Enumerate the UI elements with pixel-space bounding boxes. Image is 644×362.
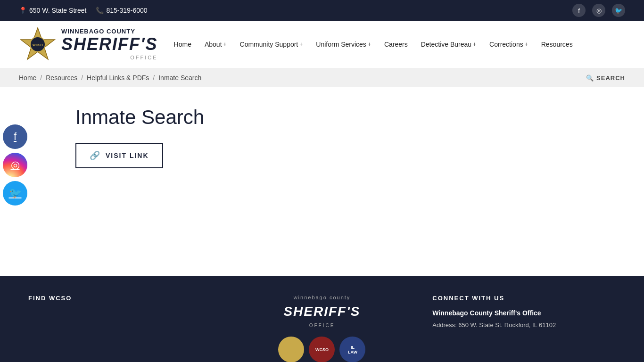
page-title: Inmate Search bbox=[75, 106, 569, 129]
phone-icon: 📞 bbox=[96, 7, 104, 14]
nav-resources[interactable]: Resources bbox=[535, 36, 579, 53]
top-facebook-link[interactable]: f bbox=[572, 4, 586, 17]
nav-about[interactable]: About + bbox=[198, 36, 233, 53]
badge-star bbox=[278, 337, 304, 362]
top-twitter-link[interactable]: 🐦 bbox=[612, 4, 625, 17]
sidebar-twitter-button[interactable]: 🐦 bbox=[3, 181, 27, 206]
phone-info: 📞 815-319-6000 bbox=[96, 7, 147, 14]
sheriff-star-icon: WCSO bbox=[19, 25, 57, 63]
sidebar-instagram-button[interactable]: ◎ bbox=[3, 153, 27, 177]
connect-address: Address: 650 W. State St. Rockford, IL 6… bbox=[432, 321, 616, 330]
contact-info: 📍 650 W. State Street 📞 815-319-6000 bbox=[19, 7, 148, 14]
logo-office-text: OFFICE bbox=[61, 55, 158, 60]
search-icon: 🔍 bbox=[586, 74, 594, 82]
svg-marker-3 bbox=[283, 342, 300, 357]
breadcrumb-sep-3: / bbox=[153, 74, 155, 82]
badge-blue: ILLAW bbox=[339, 337, 365, 362]
logo-area[interactable]: WCSO WINNEBAGO COUNTY SHERIFF'S OFFICE bbox=[19, 25, 158, 63]
nav-detective-bureau[interactable]: Detective Bureau + bbox=[414, 36, 483, 53]
footer-logo-top: winnebago county bbox=[294, 295, 351, 300]
footer-connect: CONNECT WITH US Winnebago County Sheriff… bbox=[432, 295, 616, 330]
badge-red: WCSO bbox=[309, 337, 335, 362]
main-nav: Home About + Community Support + Uniform… bbox=[167, 36, 625, 53]
breadcrumb-bar: Home / Resources / Helpful Links & PDFs … bbox=[0, 68, 644, 87]
breadcrumb-current: Inmate Search bbox=[158, 74, 201, 82]
search-label: SEARCH bbox=[596, 74, 625, 82]
svg-text:WCSO: WCSO bbox=[33, 43, 43, 47]
top-bar: 📍 650 W. State Street 📞 815-319-6000 f ◎… bbox=[0, 0, 644, 21]
nav-corrections[interactable]: Corrections + bbox=[483, 36, 535, 53]
breadcrumb-sep-2: / bbox=[81, 74, 83, 82]
phone-text: 815-319-6000 bbox=[106, 7, 147, 14]
address-label: Address: bbox=[432, 321, 456, 329]
logo-top-text: WINNEBAGO COUNTY bbox=[61, 28, 158, 35]
logo-text: WINNEBAGO COUNTY SHERIFF'S OFFICE bbox=[61, 28, 158, 60]
nav-community-support[interactable]: Community Support + bbox=[233, 36, 310, 53]
social-sidebar: f ◎ 🐦 bbox=[0, 123, 30, 207]
nav-careers[interactable]: Careers bbox=[378, 36, 414, 53]
header: WCSO WINNEBAGO COUNTY SHERIFF'S OFFICE H… bbox=[0, 21, 644, 68]
link-icon: 🔗 bbox=[90, 150, 101, 161]
top-instagram-link[interactable]: ◎ bbox=[592, 4, 605, 17]
footer-logo-main: SHERIFF'S bbox=[283, 305, 360, 318]
footer-logo-office: OFFICE bbox=[309, 323, 335, 328]
visit-link-button[interactable]: 🔗 VISIT LINK bbox=[75, 143, 163, 168]
location-icon: 📍 bbox=[19, 7, 27, 14]
main-content: Inmate Search 🔗 VISIT LINK bbox=[0, 87, 644, 276]
nav-home[interactable]: Home bbox=[167, 36, 198, 53]
sidebar-facebook-button[interactable]: f bbox=[3, 124, 27, 149]
breadcrumb-resources[interactable]: Resources bbox=[46, 74, 77, 82]
footer-badges: WCSO ILLAW bbox=[278, 337, 365, 362]
breadcrumb-sep-1: / bbox=[40, 74, 42, 82]
connect-title: CONNECT WITH US bbox=[432, 295, 616, 302]
address-info: 📍 650 W. State Street bbox=[19, 7, 86, 14]
address-text: 650 W. State Street bbox=[29, 7, 86, 14]
logo-main-text: SHERIFF'S bbox=[61, 35, 158, 54]
connect-org-name: Winnebago County Sheriff's Office bbox=[432, 309, 616, 317]
footer: FIND WCSO winnebago county SHERIFF'S OFF… bbox=[0, 276, 644, 362]
visit-link-label: VISIT LINK bbox=[106, 152, 149, 159]
footer-logo: winnebago county SHERIFF'S OFFICE WCSO I… bbox=[231, 295, 414, 362]
breadcrumb-home[interactable]: Home bbox=[19, 74, 36, 82]
top-social-links: f ◎ 🐦 bbox=[572, 4, 625, 17]
search-link[interactable]: 🔍 SEARCH bbox=[586, 74, 625, 82]
breadcrumb: Home / Resources / Helpful Links & PDFs … bbox=[19, 74, 201, 82]
nav-uniform-services[interactable]: Uniform Services + bbox=[309, 36, 378, 53]
address-value: 650 W. State St. Rockford, IL 61102 bbox=[458, 321, 556, 329]
footer-find-wcso: FIND WCSO bbox=[28, 295, 212, 309]
breadcrumb-helpful-links[interactable]: Helpful Links & PDFs bbox=[87, 74, 149, 82]
find-wcso-title: FIND WCSO bbox=[28, 295, 212, 302]
